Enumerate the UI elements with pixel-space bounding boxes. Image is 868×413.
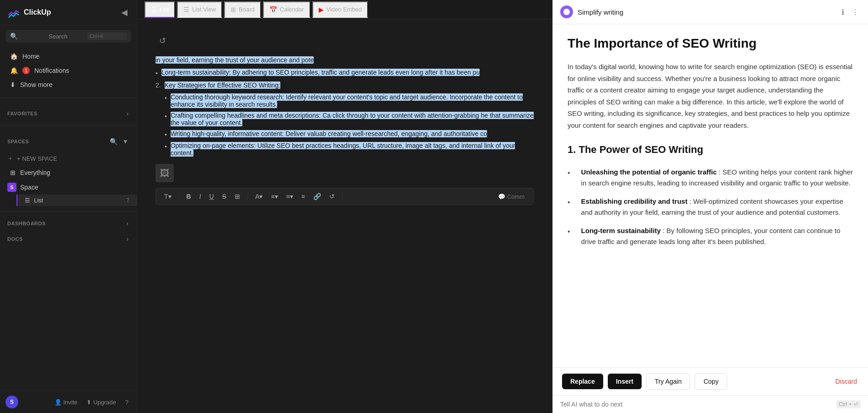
toolbar-divider-2: [247, 192, 248, 201]
try-again-button[interactable]: Try Again: [646, 373, 691, 390]
everything-label: Everything: [20, 169, 50, 176]
ai-input-area: Ctrl + ⏎: [553, 395, 868, 413]
toolbar-underline-button[interactable]: U: [207, 191, 217, 202]
doc-bullet-3: • Crafting compelling headlines and meta…: [165, 110, 534, 128]
dashboards-expand-button[interactable]: ›: [125, 219, 129, 228]
ai-header-actions: ℹ ⋮: [840, 6, 861, 18]
doc-bullet-2: • Conducting thorough keyword research: …: [165, 92, 534, 110]
sidebar-item-notifications[interactable]: 🔔 1 Notifications: [3, 64, 134, 77]
tab-list[interactable]: ☰ List: [145, 1, 175, 18]
editor-toolbar: T▾ B I U S ⊞ A▾ ≡▾ ≡▾ ≡ 🔗 ↺ 💬 Comm: [155, 188, 534, 205]
calendar-tab-icon: 📅: [269, 6, 277, 13]
spaces-title: SPACES: [7, 139, 29, 144]
doc-content: in your field, earning the trust of your…: [155, 53, 534, 182]
search-placeholder: Search: [48, 33, 83, 40]
ai-bullet-3-bold: Long-term sustainability: [581, 227, 661, 234]
toolbar-color-button[interactable]: A▾: [252, 191, 265, 202]
collapse-sidebar-button[interactable]: ◀: [119, 5, 129, 19]
logo-area: ClickUp: [7, 6, 51, 19]
copy-button[interactable]: Copy: [695, 373, 727, 390]
notifications-badge: 1: [22, 67, 30, 74]
order-num-2: 2.: [155, 82, 161, 89]
search-shortcut: Ctrl+K: [87, 33, 127, 40]
toolbar-comment-label: 💬 Comm: [494, 191, 528, 202]
spaces-search-button[interactable]: 🔍: [109, 137, 118, 146]
tab-video-label: Video Embed: [327, 6, 362, 13]
board-tab-icon: ⊞: [230, 6, 236, 13]
sidebar-item-home[interactable]: 🏠 Home: [3, 49, 134, 63]
video-tab-icon: ▶: [319, 6, 324, 13]
grid-icon: ⊞: [10, 169, 16, 176]
new-space-button[interactable]: ＋ + NEW SPACE: [0, 152, 137, 165]
insert-button[interactable]: Insert: [608, 374, 642, 389]
invite-button[interactable]: 👤 Invite: [52, 397, 80, 408]
sidebar-item-list[interactable]: ☰ List 7: [16, 195, 137, 206]
favorites-title: FAVORITES: [7, 111, 38, 116]
toolbar-strikethrough-button[interactable]: S: [220, 191, 229, 202]
toolbar-list-button[interactable]: ≡▾: [284, 191, 296, 202]
ai-more-button[interactable]: ⋮: [850, 6, 861, 18]
toolbar-bold-button[interactable]: B: [184, 191, 194, 202]
doc-line-1: in your field, earning the trust of your…: [155, 53, 534, 67]
ai-input-field[interactable]: [560, 401, 831, 408]
tab-list-view[interactable]: ☰ List View: [177, 1, 222, 18]
toolbar-indent-button[interactable]: ≡: [299, 191, 308, 202]
highlighted-text-2: Long-term sustainability: By adhering to…: [161, 69, 480, 76]
tab-board[interactable]: ⊞ Board: [224, 1, 261, 18]
help-button[interactable]: ?: [123, 397, 131, 408]
toolbar-text-style-button[interactable]: T▾: [161, 191, 174, 202]
chevron-down-icon: ⬇: [10, 81, 16, 88]
user-avatar: S: [5, 396, 18, 408]
ai-bullet-item-2: Establishing credibility and trust : Wel…: [568, 192, 853, 222]
docs-expand-button[interactable]: ›: [125, 234, 129, 244]
ai-actions-bar: Replace Insert Try Again Copy Discard: [553, 368, 868, 395]
bullet-icon-1: •: [155, 69, 158, 77]
sidebar-header: ClickUp ◀: [0, 0, 137, 25]
toolbar-table-button[interactable]: ⊞: [232, 191, 243, 202]
ai-footer: Replace Insert Try Again Copy Discard Ct…: [553, 367, 868, 413]
doc-bullet-3-text: Crafting compelling headlines and meta d…: [171, 112, 534, 126]
docs-title: DOCS: [7, 236, 23, 242]
upgrade-button[interactable]: ⬆ Upgrade: [84, 397, 119, 408]
space-sub-section: ☰ List 7: [16, 195, 137, 206]
sidebar-item-docs[interactable]: DOCS ›: [0, 231, 137, 247]
doc-bullet-2-text: Conducting thorough keyword research: Id…: [171, 93, 534, 108]
list-count: 7: [126, 197, 129, 204]
sidebar-divider-2: [0, 125, 137, 126]
discard-button[interactable]: Discard: [834, 374, 859, 389]
ai-bullet-2-content: Establishing credibility and trust : Wel…: [581, 196, 853, 218]
toolbar-align-button[interactable]: ≡▾: [268, 191, 280, 202]
sidebar-item-dashboards[interactable]: DASHBOARDS ›: [0, 216, 137, 231]
sidebar-item-show-more[interactable]: ⬇ Show more: [3, 78, 134, 92]
toolbar-link-button[interactable]: 🔗: [311, 191, 324, 202]
doc-bullet-5: • Optimizing on-page elements: Utilize S…: [165, 140, 534, 158]
doc-bullet-1-text: Long-term sustainability: By adhering to…: [161, 69, 480, 76]
sidebar-nav: 🏠 Home 🔔 1 Notifications ⬇ Show more: [0, 47, 137, 94]
ai-info-button[interactable]: ℹ: [840, 6, 846, 18]
sidebar-item-everything[interactable]: ⊞ Everything: [3, 166, 134, 179]
home-label: Home: [22, 53, 39, 60]
bullet-icon-3: •: [165, 112, 167, 120]
toolbar-undo-button[interactable]: ↺: [327, 191, 338, 202]
ai-content: The Importance of SEO Writing In today's…: [553, 24, 868, 367]
highlighted-text-1: in your field, earning the trust of your…: [155, 56, 314, 64]
editor-area[interactable]: ↺ in your field, earning the trust of yo…: [137, 19, 552, 413]
favorites-expand-button[interactable]: ›: [125, 109, 129, 118]
tab-list-label: List: [160, 6, 169, 13]
show-more-label: Show more: [20, 81, 53, 88]
spaces-expand-button[interactable]: ▼: [121, 137, 129, 146]
sidebar-item-space[interactable]: S Space: [0, 180, 137, 195]
replace-button[interactable]: Replace: [562, 374, 603, 389]
toolbar-italic-button[interactable]: I: [197, 191, 204, 202]
bullet-icon-2: •: [165, 93, 167, 102]
highlighted-text-5: Crafting compelling headlines and meta d…: [171, 112, 534, 126]
tab-video-embed[interactable]: ▶ Video Embed: [312, 1, 369, 18]
ai-main-title: The Importance of SEO Writing: [568, 35, 853, 52]
tab-calendar[interactable]: 📅 Calendar: [263, 1, 311, 18]
bell-icon: 🔔: [10, 67, 18, 74]
search-bar[interactable]: 🔍 Search Ctrl+K: [5, 30, 131, 43]
ai-bullet-item-3: Long-term sustainability : By following …: [568, 222, 853, 251]
refresh-button[interactable]: ↺: [155, 32, 170, 49]
list-label: List: [34, 197, 43, 204]
list-icon: ☰: [25, 197, 30, 204]
